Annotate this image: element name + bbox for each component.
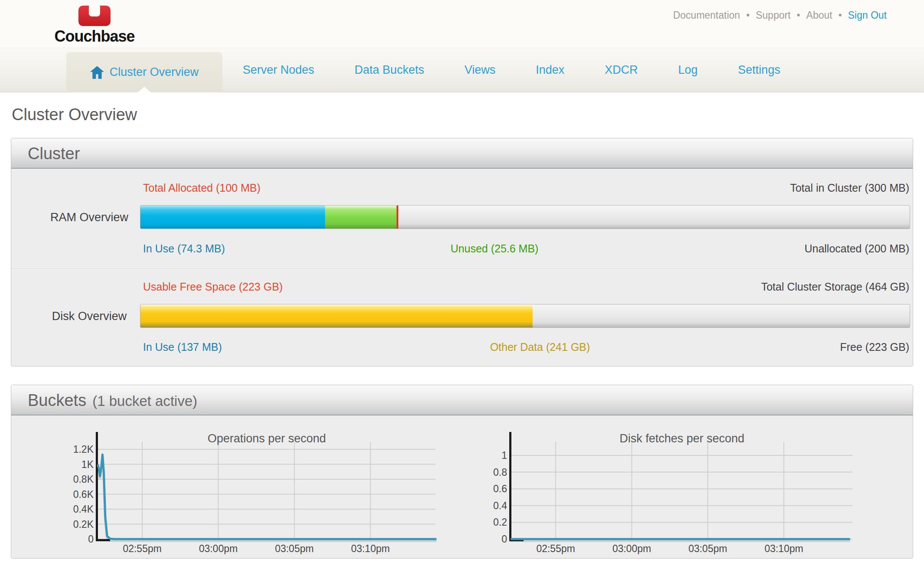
x-axis-tick-label: 03:10pm <box>747 543 821 555</box>
couchbase-logo-icon <box>78 5 111 27</box>
ram-quota-marker <box>397 206 398 229</box>
ram-total-allocated-label: Total Allocated (100 MB) <box>143 182 260 194</box>
tab-cluster-overview-label: Cluster Overview <box>110 65 199 79</box>
ram-overview-label: RAM Overview <box>35 211 143 224</box>
link-separator: • <box>838 10 842 21</box>
link-separator: • <box>746 10 750 21</box>
y-axis-tick-label: 1K <box>52 459 94 471</box>
x-axis-tick-label: 03:05pm <box>257 543 331 555</box>
tab-xdcr[interactable]: XDCR <box>605 63 638 77</box>
y-axis-tick-label: 0.8K <box>52 474 94 485</box>
tab-server-nodes[interactable]: Server Nodes <box>243 63 314 77</box>
disk-other-data-label: Other Data (241 GB) <box>490 341 590 353</box>
y-axis-tick-label: 0 <box>466 533 507 545</box>
home-icon <box>90 66 104 79</box>
buckets-panel: Buckets(1 bucket active) Operations per … <box>11 385 913 559</box>
x-axis-tick-label: 02:55pm <box>519 543 592 555</box>
ram-overview-row: Total Allocated (100 MB) Total in Cluste… <box>11 169 913 268</box>
ops-per-second-chart: Operations per second1.2K1K0.8K0.6K0.4K0… <box>52 432 438 558</box>
ram-unused-label: Unused (25.6 MB) <box>451 242 539 255</box>
disk-overview-label: Disk Overview <box>35 310 143 323</box>
ram-total-in-cluster-label: Total in Cluster (300 MB) <box>790 182 909 194</box>
y-axis-tick-label: 1.2K <box>52 444 94 455</box>
x-axis-tick-label: 03:00pm <box>182 543 255 555</box>
y-axis-tick-label: 0.4 <box>466 500 507 512</box>
disk-other-data-segment <box>140 304 533 327</box>
tab-index[interactable]: Index <box>536 63 564 77</box>
cluster-panel-body: Total Allocated (100 MB) Total in Cluste… <box>11 169 913 366</box>
ram-unallocated-label: Unallocated (200 MB) <box>804 242 909 255</box>
logo-text: Couchbase <box>54 27 134 46</box>
buckets-panel-header: Buckets(1 bucket active) <box>11 385 913 415</box>
disk-free-label: Free (223 GB) <box>840 341 909 353</box>
cluster-panel-header: Cluster <box>11 138 913 169</box>
y-axis-tick-label: 1 <box>466 450 507 461</box>
about-link[interactable]: About <box>806 10 832 21</box>
nav-links: Server Nodes Data Buckets Views Index XD… <box>243 48 780 92</box>
couchbase-logo: Couchbase <box>51 5 138 46</box>
x-axis-tick-label: 03:10pm <box>334 543 407 555</box>
page-title: Cluster Overview <box>12 105 924 124</box>
buckets-panel-title: Buckets <box>28 391 86 409</box>
tab-data-buckets[interactable]: Data Buckets <box>355 63 424 77</box>
tab-cluster-overview[interactable]: Cluster Overview <box>66 52 222 92</box>
disk-usable-free-label: Usable Free Space (223 GB) <box>143 281 283 293</box>
y-axis-tick-label: 0.2K <box>52 519 94 530</box>
ram-in-use-label: In Use (74.3 MB) <box>143 242 225 255</box>
disk-total-storage-label: Total Cluster Storage (464 GB) <box>761 281 909 293</box>
support-link[interactable]: Support <box>756 10 791 21</box>
disk-fetches-chart: Disk fetches per second10.80.60.40.2002:… <box>466 432 856 558</box>
chart-title: Operations per second <box>137 432 397 445</box>
cluster-panel-title: Cluster <box>28 144 80 163</box>
y-axis-tick-label: 0.6K <box>52 489 94 500</box>
link-separator: • <box>797 10 800 21</box>
chart-title: Disk fetches per second <box>552 432 812 445</box>
top-header: Couchbase Documentation • Support • Abou… <box>0 0 924 48</box>
active-tab-notch <box>138 87 151 92</box>
y-axis-tick-label: 0.2 <box>466 517 507 528</box>
header-links: Documentation • Support • About • Sign O… <box>673 10 887 21</box>
x-axis-tick-label: 03:05pm <box>671 543 745 555</box>
documentation-link[interactable]: Documentation <box>673 10 740 21</box>
x-axis-tick-label: 03:00pm <box>595 543 669 555</box>
buckets-panel-subtitle: (1 bucket active) <box>92 393 197 409</box>
tab-log[interactable]: Log <box>678 63 698 77</box>
cluster-panel: Cluster Total Allocated (100 MB) Total i… <box>11 138 913 366</box>
disk-usage-bar <box>140 304 910 328</box>
disk-overview-row: Usable Free Space (223 GB) Total Cluster… <box>11 268 913 366</box>
y-axis-tick-label: 0.6 <box>466 483 507 495</box>
buckets-panel-body: Operations per second1.2K1K0.8K0.6K0.4K0… <box>11 415 913 558</box>
ram-in-use-segment <box>140 206 325 229</box>
main-navbar: Cluster Overview Server Nodes Data Bucke… <box>0 48 924 92</box>
y-axis-tick-label: 0 <box>52 533 94 545</box>
y-axis-tick-label: 0.4K <box>52 504 94 515</box>
x-axis-tick-label: 02:55pm <box>105 543 179 555</box>
tab-views[interactable]: Views <box>465 63 496 77</box>
ram-usage-bar <box>140 205 910 229</box>
disk-in-use-label: In Use (137 MB) <box>143 341 222 353</box>
y-axis-tick-label: 0.8 <box>466 467 507 478</box>
ram-unused-segment <box>325 206 397 229</box>
tab-settings[interactable]: Settings <box>738 63 781 77</box>
sign-out-link[interactable]: Sign Out <box>848 10 887 21</box>
